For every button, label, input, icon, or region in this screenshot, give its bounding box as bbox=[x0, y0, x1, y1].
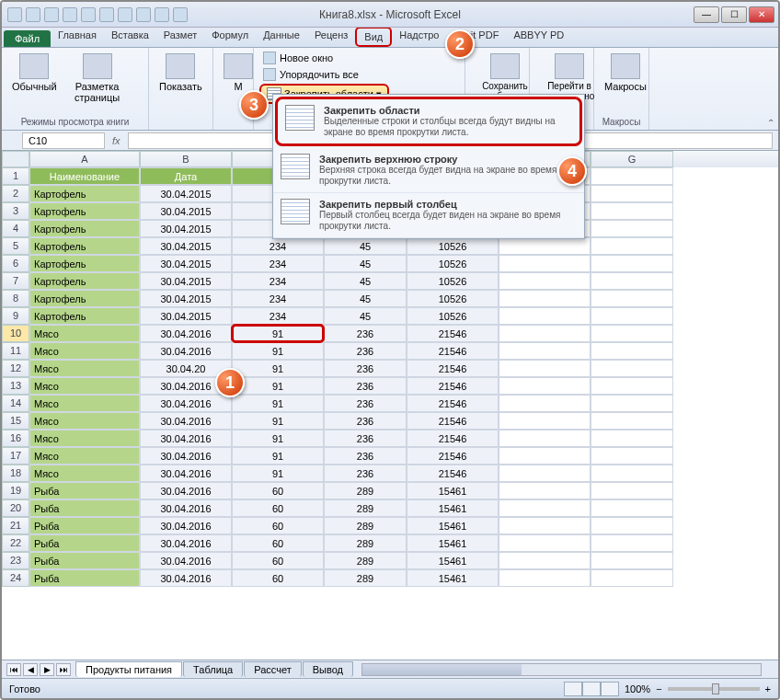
cell[interactable]: Рыба bbox=[29, 517, 140, 534]
cell[interactable]: 30.04.2015 bbox=[140, 185, 232, 202]
cell[interactable] bbox=[499, 307, 591, 325]
row-header[interactable]: 22 bbox=[2, 534, 29, 552]
select-all-corner[interactable] bbox=[2, 151, 29, 167]
cell[interactable]: Картофель bbox=[29, 307, 140, 325]
cell[interactable]: 30.04.2015 bbox=[140, 307, 232, 325]
sheet-nav-last[interactable]: ⏭ bbox=[56, 663, 71, 676]
cell[interactable] bbox=[499, 395, 591, 412]
cell[interactable] bbox=[499, 272, 591, 290]
cell[interactable] bbox=[499, 499, 591, 517]
cell[interactable]: 30.04.2016 bbox=[140, 447, 232, 465]
cell[interactable] bbox=[499, 255, 591, 272]
cell[interactable]: 91 bbox=[232, 412, 324, 430]
cell[interactable]: 30.04.2016 bbox=[140, 325, 232, 342]
cell[interactable]: Картофель bbox=[29, 220, 140, 237]
cell[interactable]: 45 bbox=[324, 255, 407, 272]
qat-redo-icon[interactable] bbox=[63, 7, 77, 22]
sheet-nav-next[interactable]: ▶ bbox=[40, 663, 54, 676]
cell[interactable]: 236 bbox=[324, 395, 407, 412]
cell[interactable] bbox=[499, 377, 591, 395]
ribbon-tab-надстро[interactable]: Надстро bbox=[392, 27, 446, 47]
cell[interactable] bbox=[591, 569, 673, 587]
cell[interactable]: 10526 bbox=[407, 290, 499, 307]
cell[interactable] bbox=[591, 412, 673, 430]
cell[interactable]: 91 bbox=[232, 325, 324, 342]
row-header[interactable]: 2 bbox=[2, 185, 29, 202]
row-header[interactable]: 24 bbox=[2, 569, 29, 587]
row-header[interactable]: 7 bbox=[2, 272, 29, 290]
cell[interactable] bbox=[499, 430, 591, 447]
cell[interactable] bbox=[591, 517, 673, 534]
cell[interactable] bbox=[499, 465, 591, 482]
cell[interactable]: Мясо bbox=[29, 377, 140, 395]
row-header[interactable]: 18 bbox=[2, 465, 29, 482]
cell[interactable] bbox=[499, 237, 591, 255]
ribbon-tab-abbyy pd[interactable]: ABBYY PD bbox=[506, 27, 571, 47]
ribbon-tab-формул[interactable]: Формул bbox=[204, 27, 256, 47]
cell[interactable]: 15461 bbox=[407, 569, 499, 587]
cell[interactable]: Рыба bbox=[29, 482, 140, 499]
row-header[interactable]: 3 bbox=[2, 202, 29, 220]
column-header-G[interactable]: G bbox=[591, 151, 673, 167]
row-header[interactable]: 14 bbox=[2, 395, 29, 412]
cell[interactable]: Рыба bbox=[29, 569, 140, 587]
cell[interactable]: 15461 bbox=[407, 534, 499, 552]
freeze-panes-option[interactable]: Закрепить области Выделенные строки и ст… bbox=[275, 97, 582, 146]
name-box[interactable]: C10 bbox=[22, 132, 105, 149]
cell[interactable]: 30.04.2016 bbox=[140, 569, 232, 587]
zoom-slider[interactable] bbox=[668, 687, 760, 691]
row-header[interactable]: 8 bbox=[2, 290, 29, 307]
cell[interactable] bbox=[499, 325, 591, 342]
cell[interactable] bbox=[499, 342, 591, 360]
cell[interactable]: Мясо bbox=[29, 342, 140, 360]
ribbon-tab-главная[interactable]: Главная bbox=[51, 27, 104, 47]
qat-btn[interactable] bbox=[136, 7, 151, 22]
cell[interactable]: Мясо bbox=[29, 395, 140, 412]
cell[interactable]: 234 bbox=[232, 272, 324, 290]
cell[interactable]: Мясо bbox=[29, 447, 140, 465]
cell[interactable]: Картофель bbox=[29, 185, 140, 202]
header-cell[interactable]: Дата bbox=[140, 167, 232, 185]
fx-icon[interactable]: fx bbox=[105, 135, 128, 146]
row-header[interactable]: 9 bbox=[2, 307, 29, 325]
column-header-B[interactable]: B bbox=[140, 151, 232, 167]
cell[interactable]: 30.04.2016 bbox=[140, 534, 232, 552]
cell[interactable]: 236 bbox=[324, 412, 407, 430]
excel-icon[interactable] bbox=[7, 7, 22, 22]
cell[interactable] bbox=[591, 220, 673, 237]
row-header[interactable]: 20 bbox=[2, 499, 29, 517]
cell[interactable]: Картофель bbox=[29, 272, 140, 290]
close-button[interactable]: ✕ bbox=[749, 6, 774, 23]
cell[interactable]: Рыба bbox=[29, 552, 140, 569]
cell[interactable] bbox=[499, 552, 591, 569]
zoom-out-button[interactable]: − bbox=[656, 683, 661, 694]
cell[interactable]: 21546 bbox=[407, 447, 499, 465]
column-header-A[interactable]: A bbox=[29, 151, 140, 167]
cell[interactable]: 21546 bbox=[407, 377, 499, 395]
cell[interactable]: Мясо bbox=[29, 465, 140, 482]
cell[interactable] bbox=[591, 307, 673, 325]
ribbon-collapse-icon[interactable]: ⌃ bbox=[767, 118, 774, 128]
arrange-all-button[interactable]: Упорядочить все bbox=[259, 67, 362, 82]
cell[interactable]: Картофель bbox=[29, 202, 140, 220]
cell[interactable]: Картофель bbox=[29, 290, 140, 307]
cell[interactable]: Картофель bbox=[29, 255, 140, 272]
cell[interactable] bbox=[591, 325, 673, 342]
cell[interactable]: 21546 bbox=[407, 395, 499, 412]
cell[interactable]: 236 bbox=[324, 325, 407, 342]
cell[interactable]: 30.04.2016 bbox=[140, 499, 232, 517]
cell[interactable]: 30.04.2015 bbox=[140, 255, 232, 272]
cell[interactable] bbox=[499, 482, 591, 499]
row-header[interactable]: 13 bbox=[2, 377, 29, 395]
zoom-in-button[interactable]: + bbox=[765, 683, 771, 694]
sheet-tab[interactable]: Рассчет bbox=[244, 661, 302, 677]
cell[interactable]: Мясо bbox=[29, 325, 140, 342]
cell[interactable]: Мясо bbox=[29, 360, 140, 377]
cell[interactable]: 30.04.2016 bbox=[140, 517, 232, 534]
horizontal-scrollbar[interactable] bbox=[361, 663, 762, 676]
ribbon-tab-вставка[interactable]: Вставка bbox=[104, 27, 156, 47]
cell[interactable] bbox=[591, 499, 673, 517]
sheet-nav-first[interactable]: ⏮ bbox=[6, 663, 21, 676]
cell[interactable]: 91 bbox=[232, 395, 324, 412]
cell[interactable]: 91 bbox=[232, 360, 324, 377]
